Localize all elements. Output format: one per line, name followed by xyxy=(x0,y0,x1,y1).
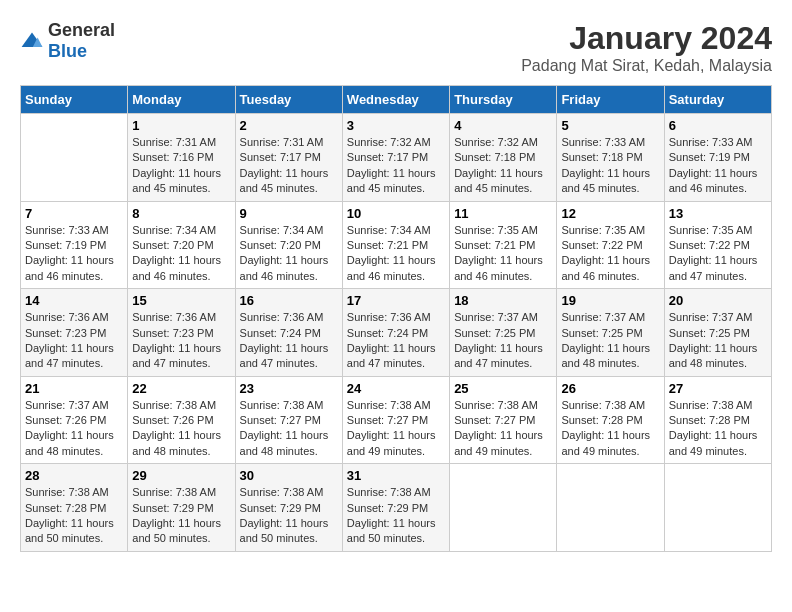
calendar-week-row: 21Sunrise: 7:37 AM Sunset: 7:26 PM Dayli… xyxy=(21,376,772,464)
page-title: January 2024 xyxy=(521,20,772,57)
day-info: Sunrise: 7:32 AM Sunset: 7:17 PM Dayligh… xyxy=(347,135,445,197)
day-number: 24 xyxy=(347,381,445,396)
calendar-cell xyxy=(664,464,771,552)
day-info: Sunrise: 7:31 AM Sunset: 7:17 PM Dayligh… xyxy=(240,135,338,197)
day-number: 13 xyxy=(669,206,767,221)
calendar-cell: 12Sunrise: 7:35 AM Sunset: 7:22 PM Dayli… xyxy=(557,201,664,289)
calendar-table: SundayMondayTuesdayWednesdayThursdayFrid… xyxy=(20,85,772,552)
calendar-cell: 3Sunrise: 7:32 AM Sunset: 7:17 PM Daylig… xyxy=(342,114,449,202)
calendar-cell: 15Sunrise: 7:36 AM Sunset: 7:23 PM Dayli… xyxy=(128,289,235,377)
day-info: Sunrise: 7:37 AM Sunset: 7:26 PM Dayligh… xyxy=(25,398,123,460)
calendar-cell xyxy=(557,464,664,552)
day-info: Sunrise: 7:38 AM Sunset: 7:27 PM Dayligh… xyxy=(347,398,445,460)
calendar-cell: 9Sunrise: 7:34 AM Sunset: 7:20 PM Daylig… xyxy=(235,201,342,289)
day-info: Sunrise: 7:38 AM Sunset: 7:28 PM Dayligh… xyxy=(669,398,767,460)
calendar-cell: 10Sunrise: 7:34 AM Sunset: 7:21 PM Dayli… xyxy=(342,201,449,289)
calendar-header-wednesday: Wednesday xyxy=(342,86,449,114)
day-info: Sunrise: 7:38 AM Sunset: 7:26 PM Dayligh… xyxy=(132,398,230,460)
day-info: Sunrise: 7:37 AM Sunset: 7:25 PM Dayligh… xyxy=(561,310,659,372)
calendar-cell xyxy=(450,464,557,552)
day-info: Sunrise: 7:33 AM Sunset: 7:19 PM Dayligh… xyxy=(25,223,123,285)
calendar-cell: 18Sunrise: 7:37 AM Sunset: 7:25 PM Dayli… xyxy=(450,289,557,377)
day-number: 29 xyxy=(132,468,230,483)
calendar-header-thursday: Thursday xyxy=(450,86,557,114)
day-info: Sunrise: 7:38 AM Sunset: 7:27 PM Dayligh… xyxy=(240,398,338,460)
day-info: Sunrise: 7:33 AM Sunset: 7:19 PM Dayligh… xyxy=(669,135,767,197)
calendar-cell: 13Sunrise: 7:35 AM Sunset: 7:22 PM Dayli… xyxy=(664,201,771,289)
calendar-cell: 21Sunrise: 7:37 AM Sunset: 7:26 PM Dayli… xyxy=(21,376,128,464)
day-number: 27 xyxy=(669,381,767,396)
day-info: Sunrise: 7:38 AM Sunset: 7:29 PM Dayligh… xyxy=(347,485,445,547)
day-info: Sunrise: 7:36 AM Sunset: 7:23 PM Dayligh… xyxy=(132,310,230,372)
day-number: 18 xyxy=(454,293,552,308)
logo: General Blue xyxy=(20,20,115,62)
calendar-cell: 22Sunrise: 7:38 AM Sunset: 7:26 PM Dayli… xyxy=(128,376,235,464)
day-info: Sunrise: 7:31 AM Sunset: 7:16 PM Dayligh… xyxy=(132,135,230,197)
title-block: January 2024 Padang Mat Sirat, Kedah, Ma… xyxy=(521,20,772,75)
day-info: Sunrise: 7:36 AM Sunset: 7:24 PM Dayligh… xyxy=(347,310,445,372)
day-info: Sunrise: 7:38 AM Sunset: 7:29 PM Dayligh… xyxy=(240,485,338,547)
day-info: Sunrise: 7:37 AM Sunset: 7:25 PM Dayligh… xyxy=(669,310,767,372)
logo-general: General xyxy=(48,20,115,40)
calendar-cell: 5Sunrise: 7:33 AM Sunset: 7:18 PM Daylig… xyxy=(557,114,664,202)
calendar-week-row: 14Sunrise: 7:36 AM Sunset: 7:23 PM Dayli… xyxy=(21,289,772,377)
day-number: 10 xyxy=(347,206,445,221)
calendar-header-friday: Friday xyxy=(557,86,664,114)
calendar-cell: 7Sunrise: 7:33 AM Sunset: 7:19 PM Daylig… xyxy=(21,201,128,289)
calendar-cell: 31Sunrise: 7:38 AM Sunset: 7:29 PM Dayli… xyxy=(342,464,449,552)
day-info: Sunrise: 7:38 AM Sunset: 7:27 PM Dayligh… xyxy=(454,398,552,460)
day-info: Sunrise: 7:35 AM Sunset: 7:21 PM Dayligh… xyxy=(454,223,552,285)
calendar-week-row: 28Sunrise: 7:38 AM Sunset: 7:28 PM Dayli… xyxy=(21,464,772,552)
calendar-cell: 29Sunrise: 7:38 AM Sunset: 7:29 PM Dayli… xyxy=(128,464,235,552)
day-number: 4 xyxy=(454,118,552,133)
day-number: 14 xyxy=(25,293,123,308)
day-number: 25 xyxy=(454,381,552,396)
day-number: 26 xyxy=(561,381,659,396)
day-number: 7 xyxy=(25,206,123,221)
day-info: Sunrise: 7:34 AM Sunset: 7:20 PM Dayligh… xyxy=(132,223,230,285)
calendar-cell: 28Sunrise: 7:38 AM Sunset: 7:28 PM Dayli… xyxy=(21,464,128,552)
calendar-cell: 27Sunrise: 7:38 AM Sunset: 7:28 PM Dayli… xyxy=(664,376,771,464)
day-info: Sunrise: 7:37 AM Sunset: 7:25 PM Dayligh… xyxy=(454,310,552,372)
page-header: General Blue January 2024 Padang Mat Sir… xyxy=(20,20,772,75)
calendar-cell: 20Sunrise: 7:37 AM Sunset: 7:25 PM Dayli… xyxy=(664,289,771,377)
day-number: 9 xyxy=(240,206,338,221)
day-number: 31 xyxy=(347,468,445,483)
calendar-cell xyxy=(21,114,128,202)
day-info: Sunrise: 7:36 AM Sunset: 7:24 PM Dayligh… xyxy=(240,310,338,372)
day-number: 16 xyxy=(240,293,338,308)
day-number: 11 xyxy=(454,206,552,221)
calendar-header-sunday: Sunday xyxy=(21,86,128,114)
day-number: 15 xyxy=(132,293,230,308)
calendar-week-row: 7Sunrise: 7:33 AM Sunset: 7:19 PM Daylig… xyxy=(21,201,772,289)
calendar-header-tuesday: Tuesday xyxy=(235,86,342,114)
day-number: 6 xyxy=(669,118,767,133)
day-info: Sunrise: 7:35 AM Sunset: 7:22 PM Dayligh… xyxy=(561,223,659,285)
day-info: Sunrise: 7:34 AM Sunset: 7:20 PM Dayligh… xyxy=(240,223,338,285)
day-info: Sunrise: 7:34 AM Sunset: 7:21 PM Dayligh… xyxy=(347,223,445,285)
day-number: 2 xyxy=(240,118,338,133)
day-info: Sunrise: 7:33 AM Sunset: 7:18 PM Dayligh… xyxy=(561,135,659,197)
day-number: 20 xyxy=(669,293,767,308)
day-number: 23 xyxy=(240,381,338,396)
calendar-cell: 17Sunrise: 7:36 AM Sunset: 7:24 PM Dayli… xyxy=(342,289,449,377)
calendar-cell: 14Sunrise: 7:36 AM Sunset: 7:23 PM Dayli… xyxy=(21,289,128,377)
calendar-cell: 4Sunrise: 7:32 AM Sunset: 7:18 PM Daylig… xyxy=(450,114,557,202)
calendar-cell: 25Sunrise: 7:38 AM Sunset: 7:27 PM Dayli… xyxy=(450,376,557,464)
page-subtitle: Padang Mat Sirat, Kedah, Malaysia xyxy=(521,57,772,75)
calendar-cell: 11Sunrise: 7:35 AM Sunset: 7:21 PM Dayli… xyxy=(450,201,557,289)
calendar-cell: 30Sunrise: 7:38 AM Sunset: 7:29 PM Dayli… xyxy=(235,464,342,552)
day-info: Sunrise: 7:38 AM Sunset: 7:28 PM Dayligh… xyxy=(561,398,659,460)
calendar-cell: 8Sunrise: 7:34 AM Sunset: 7:20 PM Daylig… xyxy=(128,201,235,289)
calendar-week-row: 1Sunrise: 7:31 AM Sunset: 7:16 PM Daylig… xyxy=(21,114,772,202)
day-number: 8 xyxy=(132,206,230,221)
day-info: Sunrise: 7:36 AM Sunset: 7:23 PM Dayligh… xyxy=(25,310,123,372)
day-info: Sunrise: 7:32 AM Sunset: 7:18 PM Dayligh… xyxy=(454,135,552,197)
calendar-cell: 1Sunrise: 7:31 AM Sunset: 7:16 PM Daylig… xyxy=(128,114,235,202)
day-number: 5 xyxy=(561,118,659,133)
day-number: 19 xyxy=(561,293,659,308)
calendar-cell: 6Sunrise: 7:33 AM Sunset: 7:19 PM Daylig… xyxy=(664,114,771,202)
day-number: 30 xyxy=(240,468,338,483)
day-info: Sunrise: 7:38 AM Sunset: 7:29 PM Dayligh… xyxy=(132,485,230,547)
calendar-header-saturday: Saturday xyxy=(664,86,771,114)
